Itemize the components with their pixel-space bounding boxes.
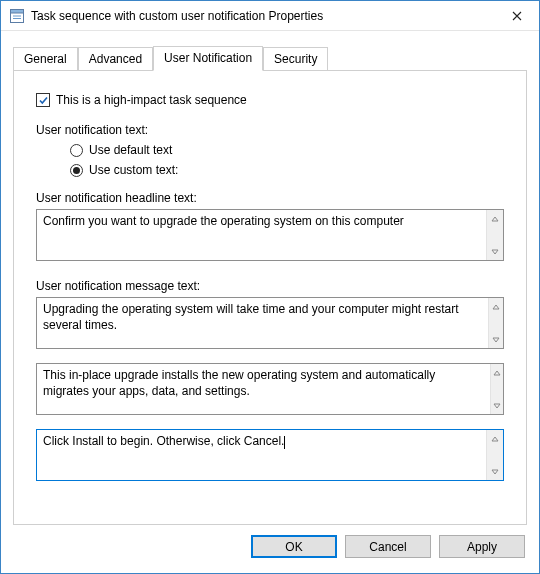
notification-text-label: User notification text:: [36, 123, 504, 137]
message2-scrollbar[interactable]: [490, 364, 503, 414]
scroll-up-icon[interactable]: [491, 364, 503, 381]
tab-security[interactable]: Security: [263, 47, 328, 71]
svg-rect-1: [11, 9, 24, 13]
tab-advanced[interactable]: Advanced: [78, 47, 153, 71]
message-textarea-2[interactable]: This in-place upgrade installs the new o…: [36, 363, 504, 415]
high-impact-label: This is a high-impact task sequence: [56, 93, 247, 107]
scroll-down-icon[interactable]: [489, 331, 503, 348]
message-textarea-3[interactable]: Click Install to begin. Otherwise, click…: [36, 429, 504, 481]
close-button[interactable]: [494, 1, 539, 30]
scroll-up-icon[interactable]: [489, 298, 503, 315]
cancel-button[interactable]: Cancel: [345, 535, 431, 558]
message-label: User notification message text:: [36, 279, 504, 293]
message-textarea-2-value: This in-place upgrade installs the new o…: [37, 364, 490, 414]
scroll-up-icon[interactable]: [487, 210, 503, 227]
message3-scrollbar[interactable]: [486, 430, 503, 480]
headline-textarea-value: Confirm you want to upgrade the operatin…: [37, 210, 486, 260]
message-textarea-1-value: Upgrading the operating system will take…: [37, 298, 488, 348]
radio-use-default[interactable]: [70, 144, 83, 157]
tab-panel-user-notification: This is a high-impact task sequence User…: [13, 70, 527, 525]
tab-strip: General Advanced User Notification Secur…: [13, 45, 527, 70]
notification-text-radio-group: Use default text Use custom text:: [70, 143, 504, 177]
dialog-content: General Advanced User Notification Secur…: [1, 31, 539, 525]
message-textarea-3-value: Click Install to begin. Otherwise, click…: [37, 430, 486, 480]
radio-use-custom-label: Use custom text:: [89, 163, 178, 177]
titlebar: Task sequence with custom user notificat…: [1, 1, 539, 31]
apply-button[interactable]: Apply: [439, 535, 525, 558]
high-impact-checkbox[interactable]: [36, 93, 50, 107]
ok-button[interactable]: OK: [251, 535, 337, 558]
scroll-up-icon[interactable]: [487, 430, 503, 447]
tab-user-notification[interactable]: User Notification: [153, 46, 263, 71]
scroll-down-icon[interactable]: [487, 463, 503, 480]
message-textarea-1[interactable]: Upgrading the operating system will take…: [36, 297, 504, 349]
tab-general[interactable]: General: [13, 47, 78, 71]
headline-label: User notification headline text:: [36, 191, 504, 205]
radio-use-default-label: Use default text: [89, 143, 172, 157]
scroll-down-icon[interactable]: [487, 243, 503, 260]
scroll-down-icon[interactable]: [491, 397, 503, 414]
radio-use-custom[interactable]: [70, 164, 83, 177]
window-title: Task sequence with custom user notificat…: [31, 9, 494, 23]
message1-scrollbar[interactable]: [488, 298, 503, 348]
headline-scrollbar[interactable]: [486, 210, 503, 260]
dialog-button-bar: OK Cancel Apply: [1, 525, 539, 572]
headline-textarea[interactable]: Confirm you want to upgrade the operatin…: [36, 209, 504, 261]
app-icon: [9, 8, 25, 24]
